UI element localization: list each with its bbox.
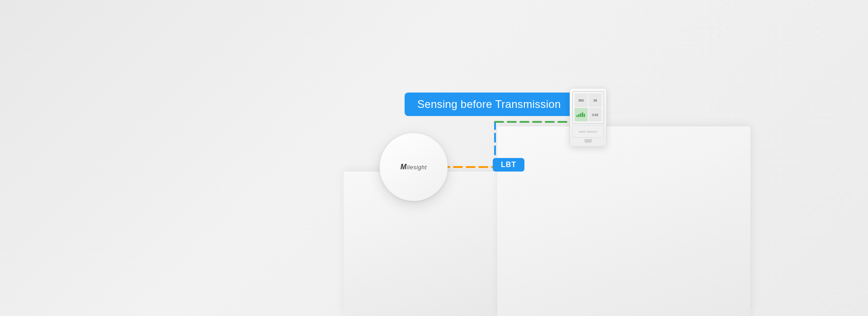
lbt-badge: LBT — [493, 158, 524, 172]
sensor-cell-2: 28 — [589, 93, 602, 107]
sensing-badge: Sensing before Transmission — [405, 93, 574, 116]
sensor-cell-1: 560 — [575, 93, 588, 107]
svg-rect-3 — [576, 115, 578, 117]
scene: Sensing before Transmission Milesight LB… — [0, 0, 868, 316]
svg-rect-6 — [582, 112, 583, 117]
sensor-label: wall-sensor — [579, 130, 598, 133]
wall-sensor-device: 560 28 3:02 wall-sensor — [570, 88, 607, 147]
logo-letter: M — [401, 163, 407, 171]
sensor-screen: 560 28 3:02 — [572, 91, 604, 124]
pedestal-right — [497, 126, 750, 316]
sensor-cell-3 — [575, 108, 588, 121]
svg-rect-7 — [584, 114, 585, 117]
sensor-base — [585, 139, 592, 143]
milesight-logo: Milesight — [401, 163, 427, 171]
brand-name-suffix: ilesight — [407, 164, 427, 171]
svg-rect-5 — [580, 113, 581, 117]
milesight-device: Milesight — [380, 133, 448, 201]
sensor-cell-4: 3:02 — [589, 108, 602, 121]
svg-rect-4 — [578, 114, 580, 117]
sensor-bottom: wall-sensor — [572, 125, 604, 138]
